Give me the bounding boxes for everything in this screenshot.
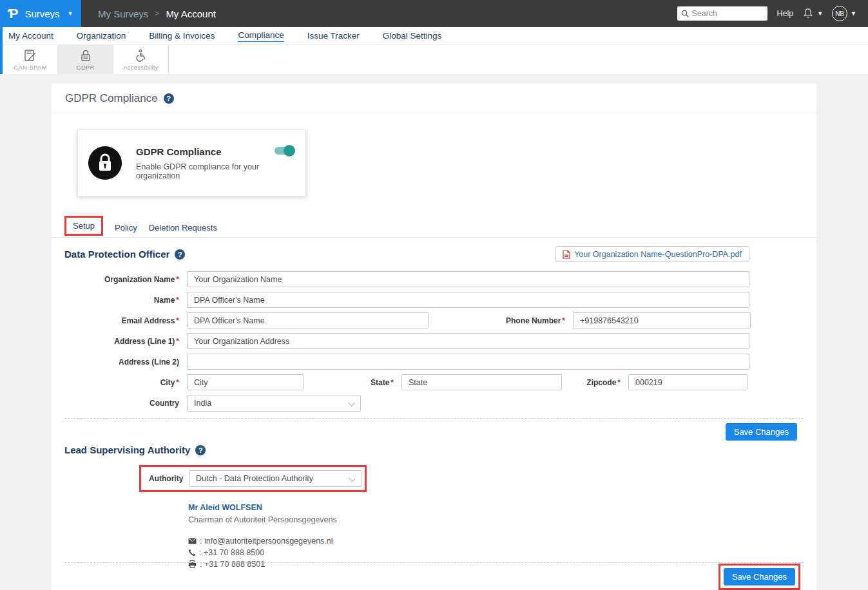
lsa-save-changes-button[interactable]: Save Changes [724,568,795,585]
dpa-pdf-download-button[interactable]: Your Organization Name-QuestionPro-DPA.p… [555,246,749,262]
product-switcher[interactable]: Ƥ Surveys ▼ [0,0,81,27]
phone-field[interactable] [573,312,751,328]
dpo-save-changes-button[interactable]: Save Changes [726,423,797,441]
lsa-heading-row: Lead Supervising Authority [52,444,816,455]
city-field[interactable] [187,374,304,390]
padlock-icon [79,49,92,62]
subtab-label: Accessibility [123,64,158,71]
subtab-label: CAN-SPAM [14,64,46,71]
subtab-gdpr[interactable]: GDPR [58,45,113,74]
label-text: Country [149,399,179,408]
form-row-country: Country India [52,395,816,412]
nav-item-issue-tracker[interactable]: Issue Tracker [307,31,360,41]
lsa-heading: Lead Supervising Authority [64,444,816,455]
required-marker: * [176,378,179,387]
form-row-address1: Address (Line 1)* [52,333,816,349]
gdpr-toggle-card: GDPR Compliance Enable GDPR compliance f… [77,129,306,196]
page-background: GDPR Compliance GDPR Compliance Enable G… [0,74,868,590]
gdpr-compliance-panel: GDPR Compliance GDPR Compliance Enable G… [52,84,816,590]
dpo-heading-text: Data Protection Officer [64,249,169,260]
help-icon[interactable] [195,445,206,455]
pdf-file-icon [563,250,570,259]
subtab-can-spam[interactable]: CAN-SPAM [3,45,58,74]
help-icon[interactable] [175,249,185,260]
nav-item-organization[interactable]: Organization [77,31,126,41]
gdpr-enabled-toggle[interactable] [275,147,294,155]
annotation-box-authority: Authority Dutch - Data Protection Author… [139,465,367,492]
lsa-save-row: Save Changes [52,564,816,590]
search-box[interactable] [677,6,767,21]
lsa-heading-text: Lead Supervising Authority [64,444,190,455]
zipcode-field[interactable] [628,374,747,390]
notifications-button[interactable]: ▼ [802,8,823,19]
breadcrumb-my-surveys[interactable]: My Surveys [98,8,148,19]
form-row-organization-name: Organization Name* [52,271,816,287]
breadcrumb-my-account: My Account [166,8,216,19]
form-row-city-state-zip: City* State* Zipcode* [52,374,816,390]
chevron-down-icon: ▼ [851,10,856,17]
compliance-subtabs: CAN-SPAM GDPR Accessibility [0,45,868,74]
authority-selected-value: Dutch - Data Protection Authority [196,474,313,483]
search-input[interactable] [691,9,762,18]
subtab-label: GDPR [76,64,94,71]
phone-label: Phone Number* [429,316,565,325]
email-label: Email Address* [52,316,179,325]
label-text: City [160,378,175,387]
account-menu[interactable]: NB ▼ [832,6,856,21]
gdpr-card-title: GDPR Compliance [136,146,295,157]
label-text: Name [154,296,175,305]
pdf-button-label: Your Organization Name-QuestionPro-DPA.p… [574,250,742,259]
help-link[interactable]: Help [776,9,793,18]
address2-label: Address (Line 2) [52,357,179,366]
name-field[interactable] [187,292,749,308]
lsa-bottom-area: Save Changes [52,556,816,590]
bell-icon [802,8,814,19]
nav-item-compliance[interactable]: Compliance [238,30,284,42]
authority-contact-name[interactable]: Mr Aleid WOLFSEN [188,503,816,512]
required-marker: * [176,316,179,325]
form-row-email-phone: Email Address* Phone Number* [52,312,816,328]
nav-item-global-settings[interactable]: Global Settings [383,31,442,41]
state-field[interactable] [401,374,562,390]
topbar-actions: Help ▼ NB ▼ [677,0,868,27]
address1-field[interactable] [187,333,749,349]
organization-name-field[interactable] [187,271,749,287]
tab-policy[interactable]: Policy [115,223,137,237]
product-name: Surveys [24,8,59,19]
authority-select[interactable]: Dutch - Data Protection Authority [189,470,362,487]
required-marker: * [617,378,621,387]
dpo-heading: Data Protection Officer [64,249,185,260]
address2-field[interactable] [187,354,749,370]
required-marker: * [176,275,179,284]
label-text: State [371,378,389,387]
label-text: Organization Name [104,275,175,284]
tab-deletion-requests[interactable]: Deletion Requests [149,223,217,237]
breadcrumb-separator-icon: > [155,9,159,18]
label-text: Email Address [121,316,175,325]
section-divider [64,418,804,419]
nav-item-billing-invoices[interactable]: Billing & Invoices [149,31,215,41]
help-icon[interactable] [164,93,174,104]
section-divider [64,562,804,563]
search-icon [681,10,689,17]
tab-setup[interactable]: Setup [73,221,95,231]
annotation-box-save-changes: Save Changes [719,564,800,590]
account-nav: My Account Organization Billing & Invoic… [0,27,868,45]
contact-email-line: : info@autoriteitpersoonsgegevens.nl [188,537,816,546]
form-row-address2: Address (Line 2) [52,354,816,370]
toggle-knob [284,145,295,157]
required-marker: * [176,296,179,305]
chevron-down-icon: ▼ [817,10,823,17]
email-field[interactable] [187,312,429,328]
country-select[interactable]: India [187,395,361,412]
zipcode-label: Zipcode* [562,378,621,387]
dpo-form: Organization Name* Name* Email Address* … [52,271,816,412]
address1-label: Address (Line 1)* [52,337,179,346]
chevron-down-icon: ▼ [68,10,73,17]
subtab-accessibility[interactable]: Accessibility [113,45,169,74]
nav-item-my-account[interactable]: My Account [8,31,53,41]
gdpr-card-description: Enable GDPR compliance for your organiza… [136,162,295,180]
authority-label: Authority [149,474,180,483]
country-selected-value: India [194,399,211,408]
lock-badge [88,146,122,180]
